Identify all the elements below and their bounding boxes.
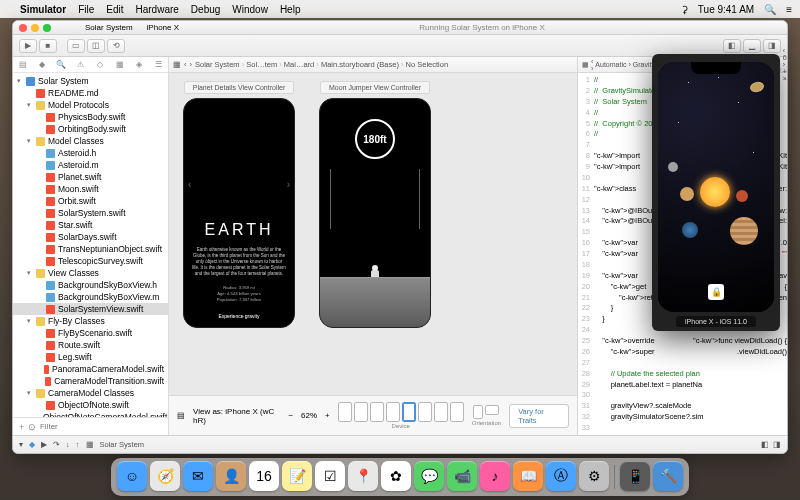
- notification-icon[interactable]: ≡: [786, 4, 792, 15]
- vary-for-traits-button[interactable]: Vary for Traits: [509, 404, 569, 428]
- tree-item[interactable]: README.md: [13, 87, 168, 99]
- tree-item[interactable]: PhysicsBody.swift: [13, 111, 168, 123]
- viewas-label[interactable]: View as: iPhone X (wC hR): [193, 407, 280, 425]
- filter-input[interactable]: [40, 422, 162, 431]
- scheme-selector[interactable]: Solar System: [85, 23, 133, 32]
- destination-selector[interactable]: iPhone X: [147, 23, 179, 32]
- tree-item[interactable]: OrbitingBody.swift: [13, 123, 168, 135]
- navigator-tabs[interactable]: ▤◆🔍⚠◇▦◈☰: [13, 57, 168, 73]
- dock[interactable]: ☺🧭✉👤16📝☑📍✿💬📹♪📖Ⓐ⚙📱🔨: [111, 458, 689, 496]
- console-toggle-icon[interactable]: ◨: [773, 440, 781, 449]
- tree-item[interactable]: CameraModelTransition.swift: [13, 375, 168, 387]
- tree-item[interactable]: SolarSystemView.swift: [13, 303, 168, 315]
- tree-item[interactable]: ▾Model Protocols: [13, 99, 168, 111]
- step-out-icon[interactable]: ↑: [76, 440, 80, 449]
- simulator-device[interactable]: 🔒: [658, 62, 774, 312]
- editor-standard[interactable]: ▭: [67, 39, 85, 53]
- tree-item[interactable]: TelescopicSurvey.swift: [13, 255, 168, 267]
- dock-appstore[interactable]: Ⓐ: [546, 461, 576, 491]
- spotlight-icon[interactable]: 🔍: [764, 4, 776, 15]
- toggle-debug[interactable]: ▁: [743, 39, 761, 53]
- zoom-out-button[interactable]: −: [288, 411, 293, 420]
- tree-item[interactable]: ▾Solar System: [13, 75, 168, 87]
- tree-item[interactable]: TransNeptunianObject.swift: [13, 243, 168, 255]
- storyboard-canvas[interactable]: Planet Details View Controller ‹ › EARTH…: [169, 73, 577, 395]
- report-tab-icon[interactable]: ☰: [149, 57, 168, 72]
- zoom-in-button[interactable]: +: [325, 411, 330, 420]
- tree-item[interactable]: BackgroundSkyBoxView.h: [13, 279, 168, 291]
- debug-target[interactable]: Solar System: [100, 440, 145, 449]
- scene-moon-jumper[interactable]: Moon Jumper View Controller 180ft: [315, 81, 435, 387]
- dock-simulator[interactable]: 📱: [620, 461, 650, 491]
- dock-ibooks[interactable]: 📖: [513, 461, 543, 491]
- debug-tab-icon[interactable]: ▦: [110, 57, 129, 72]
- continue-icon[interactable]: ▶: [41, 440, 47, 449]
- tree-item[interactable]: Leg.swift: [13, 351, 168, 363]
- related-icon[interactable]: ▦: [582, 61, 589, 69]
- editor-version[interactable]: ⟲: [107, 39, 125, 53]
- step-in-icon[interactable]: ↓: [66, 440, 70, 449]
- menu-file[interactable]: File: [78, 4, 94, 15]
- symbol-tab-icon[interactable]: ◆: [32, 57, 51, 72]
- editor-assistant[interactable]: ◫: [87, 39, 105, 53]
- jump-bar[interactable]: ▦ ‹ › Solar System › Sol…tem › Mai…ard ›…: [169, 57, 577, 73]
- dock-messages[interactable]: 💬: [414, 461, 444, 491]
- dock-calendar[interactable]: 16: [249, 461, 279, 491]
- wifi-icon[interactable]: ⚳: [681, 4, 688, 15]
- chevron-left-icon[interactable]: ‹: [188, 179, 191, 190]
- orientation-picker[interactable]: [473, 405, 499, 419]
- chevron-right-icon[interactable]: ›: [287, 179, 290, 190]
- tree-item[interactable]: Moon.swift: [13, 183, 168, 195]
- tree-item[interactable]: Orbit.swift: [13, 195, 168, 207]
- view-debug-icon[interactable]: ▦: [86, 440, 94, 449]
- stop-button[interactable]: ■: [39, 39, 57, 53]
- menu-hardware[interactable]: Hardware: [135, 4, 178, 15]
- dock-facetime[interactable]: 📹: [447, 461, 477, 491]
- menu-help[interactable]: Help: [280, 4, 301, 15]
- step-over-icon[interactable]: ↷: [53, 440, 60, 449]
- tree-item[interactable]: SolarDays.swift: [13, 231, 168, 243]
- tree-item[interactable]: ObjectOfNote.swift: [13, 399, 168, 411]
- tree-item[interactable]: Asteroid.m: [13, 159, 168, 171]
- dock-safari[interactable]: 🧭: [150, 461, 180, 491]
- hide-debug-icon[interactable]: ▾: [19, 440, 23, 449]
- phone-mockup-moon[interactable]: 180ft: [319, 98, 431, 328]
- forward-icon[interactable]: ›: [190, 60, 193, 69]
- lock-icon[interactable]: 🔒: [708, 284, 724, 300]
- menu-edit[interactable]: Edit: [106, 4, 123, 15]
- menu-simulator[interactable]: Simulator: [20, 4, 66, 15]
- experience-gravity-button[interactable]: Experience gravity: [218, 313, 259, 319]
- tree-item[interactable]: SolarSystem.swift: [13, 207, 168, 219]
- issue-tab-icon[interactable]: ⚠: [71, 57, 90, 72]
- dock-itunes[interactable]: ♪: [480, 461, 510, 491]
- tree-item[interactable]: BackgroundSkyBoxView.m: [13, 291, 168, 303]
- tree-item[interactable]: Route.swift: [13, 339, 168, 351]
- breakpoints-icon[interactable]: ◆: [29, 440, 35, 449]
- test-tab-icon[interactable]: ◇: [91, 57, 110, 72]
- tree-item[interactable]: Asteroid.h: [13, 147, 168, 159]
- find-tab-icon[interactable]: 🔍: [52, 57, 71, 72]
- tree-item[interactable]: ▾Fly-By Classes: [13, 315, 168, 327]
- tree-item[interactable]: Planet.swift: [13, 171, 168, 183]
- dock-notes[interactable]: 📝: [282, 461, 312, 491]
- breakpoint-tab-icon[interactable]: ◈: [129, 57, 148, 72]
- simulator-window[interactable]: 🔒 iPhone X - iOS 11.0: [652, 54, 780, 331]
- zoom-button[interactable]: [43, 24, 51, 32]
- dock-contacts[interactable]: 👤: [216, 461, 246, 491]
- close-button[interactable]: [19, 24, 27, 32]
- dock-finder[interactable]: ☺: [117, 461, 147, 491]
- minimize-button[interactable]: [31, 24, 39, 32]
- tree-item[interactable]: ▾View Classes: [13, 267, 168, 279]
- outline-toggle-icon[interactable]: ▤: [177, 411, 185, 420]
- file-tree[interactable]: ▾Solar SystemREADME.md▾Model ProtocolsPh…: [13, 73, 168, 417]
- dock-mail[interactable]: ✉: [183, 461, 213, 491]
- add-icon[interactable]: +: [19, 422, 24, 432]
- scene-planet-details[interactable]: Planet Details View Controller ‹ › EARTH…: [179, 81, 299, 387]
- run-button[interactable]: ▶: [19, 39, 37, 53]
- related-icon[interactable]: ▦: [173, 60, 181, 69]
- dock-photos[interactable]: ✿: [381, 461, 411, 491]
- tree-item[interactable]: FlyByScenario.swift: [13, 327, 168, 339]
- dock-reminders[interactable]: ☑: [315, 461, 345, 491]
- menu-items[interactable]: SimulatorFileEditHardwareDebugWindowHelp: [20, 4, 300, 15]
- tree-item[interactable]: PanoramaCameraModel.swift: [13, 363, 168, 375]
